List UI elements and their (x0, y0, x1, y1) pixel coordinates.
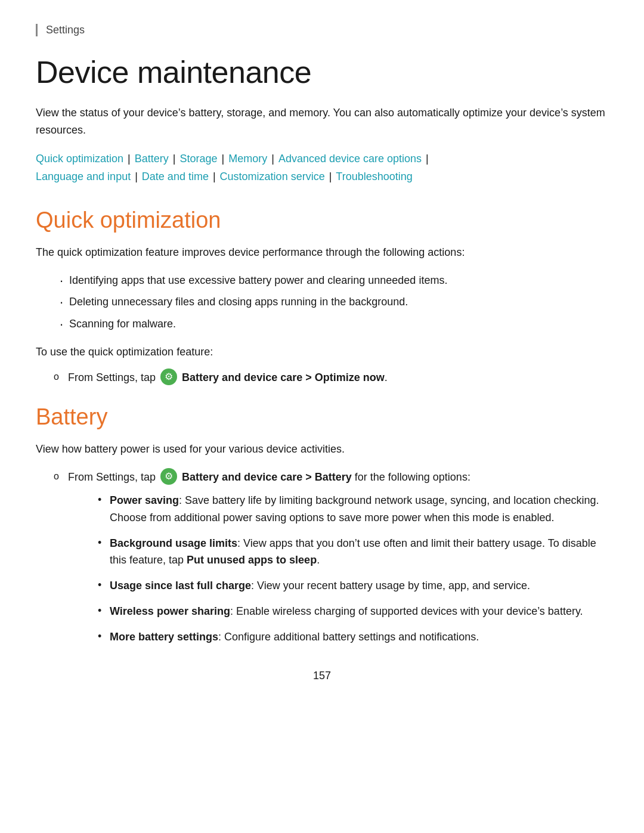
usage-since-label: Usage since last full charge (110, 580, 251, 592)
battery-option-wireless-sharing: Wireless power sharing: Enable wireless … (98, 603, 608, 620)
quick-optimization-intro: The quick optimization feature improves … (36, 244, 608, 261)
more-settings-text: : Configure additional battery settings … (218, 631, 479, 643)
quick-optimization-bullets: Identifying apps that use excessive batt… (60, 272, 608, 333)
nav-links: Quick optimization | Battery | Storage |… (36, 150, 608, 186)
bullet-item: Scanning for malware. (60, 315, 608, 333)
step-item: From Settings, tap Battery and device ca… (54, 369, 608, 386)
settings-icon-battery (160, 468, 177, 485)
battery-step-prefix: From Settings, tap (68, 471, 156, 483)
battery-step-suffix: for the following options: (355, 471, 470, 483)
bullet-item: Deleting unnecessary files and closing a… (60, 293, 608, 311)
nav-link-memory[interactable]: Memory (228, 153, 267, 165)
battery-option-background-usage: Background usage limits: View apps that … (98, 535, 608, 569)
quick-optimization-steps: From Settings, tap Battery and device ca… (54, 369, 608, 386)
battery-option-more-settings: More battery settings: Configure additio… (98, 628, 608, 646)
battery-section: Battery View how battery power is used f… (36, 404, 608, 646)
step-suffix: . (385, 371, 388, 383)
step-bold: Battery and device care > Optimize now (182, 371, 385, 383)
bullet-item: Identifying apps that use excessive batt… (60, 272, 608, 289)
nav-link-language-and-input[interactable]: Language and input (36, 171, 131, 182)
power-saving-label: Power saving (110, 494, 179, 506)
wireless-sharing-label: Wireless power sharing (110, 605, 230, 617)
battery-step-item: From Settings, tap Battery and device ca… (54, 469, 608, 646)
more-settings-label: More battery settings (110, 631, 218, 643)
put-unused-apps-label: Put unused apps to sleep (187, 554, 317, 566)
battery-steps: From Settings, tap Battery and device ca… (54, 469, 608, 646)
nav-link-customization-service[interactable]: Customization service (220, 171, 325, 182)
nav-link-storage[interactable]: Storage (179, 153, 217, 165)
battery-option-power-saving: Power saving: Save battery life by limit… (98, 492, 608, 527)
power-saving-text: : Save battery life by limiting backgrou… (110, 494, 599, 524)
quick-optimization-step-text: To use the quick optimization feature: (36, 343, 608, 361)
wireless-sharing-text: : Enable wireless charging of supported … (230, 605, 583, 617)
usage-since-text: : View your recent battery usage by time… (251, 580, 530, 592)
nav-link-battery[interactable]: Battery (135, 153, 169, 165)
page-number: 157 (36, 670, 608, 682)
breadcrumb: Settings (36, 24, 608, 36)
nav-link-troubleshooting[interactable]: Troubleshooting (336, 171, 412, 182)
battery-intro: View how battery power is used for your … (36, 441, 608, 458)
quick-optimization-title: Quick optimization (36, 208, 608, 233)
nav-link-date-and-time[interactable]: Date and time (142, 171, 209, 182)
background-usage-label: Background usage limits (110, 537, 237, 549)
breadcrumb-label: Settings (46, 24, 85, 36)
battery-step-bold: Battery and device care > Battery (182, 471, 352, 483)
step-prefix: From Settings, tap (68, 371, 156, 383)
nav-link-quick-optimization[interactable]: Quick optimization (36, 153, 123, 165)
battery-title: Battery (36, 404, 608, 430)
battery-option-usage-since: Usage since last full charge: View your … (98, 577, 608, 594)
settings-icon (160, 368, 177, 385)
nav-link-advanced-device-care[interactable]: Advanced device care options (278, 153, 422, 165)
page-title: Device maintenance (36, 54, 608, 90)
quick-optimization-section: Quick optimization The quick optimizatio… (36, 208, 608, 386)
intro-text: View the status of your device’s battery… (36, 104, 608, 139)
battery-options: Power saving: Save battery life by limit… (98, 492, 608, 646)
page-container: Settings Device maintenance View the sta… (0, 0, 644, 833)
